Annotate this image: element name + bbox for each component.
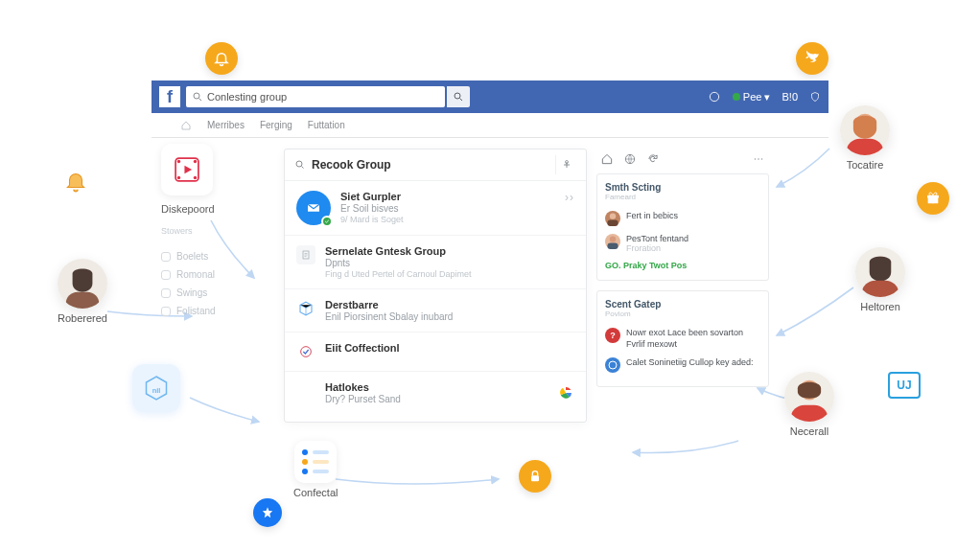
monitor-label: UJ bbox=[897, 379, 911, 392]
svg-point-31 bbox=[761, 158, 763, 160]
svg-rect-2 bbox=[531, 475, 539, 481]
bird-coin bbox=[796, 42, 828, 75]
svg-point-34 bbox=[610, 236, 616, 241]
check-ring-icon bbox=[296, 342, 315, 361]
monitor-icon: UJ bbox=[888, 372, 921, 399]
item-sub: Er Soil bisves bbox=[340, 203, 555, 214]
card-gatep: Scent Gatep Poviom ? Nowr exot Lace been… bbox=[596, 290, 769, 387]
svg-rect-33 bbox=[607, 220, 618, 226]
add-button[interactable] bbox=[555, 155, 576, 174]
item-title: Eiit Coffectionl bbox=[325, 342, 574, 354]
item-sub: Enil Piorsinent Sbalay inubard bbox=[325, 311, 574, 322]
tab-members[interactable]: Merribes bbox=[207, 120, 245, 130]
item-sub: Dry? Purset Sand bbox=[325, 394, 548, 404]
svg-point-20 bbox=[194, 160, 197, 163]
refresh-icon[interactable] bbox=[646, 152, 660, 166]
home-icon[interactable] bbox=[600, 152, 614, 166]
svg-point-36 bbox=[609, 361, 617, 369]
google-icon[interactable] bbox=[557, 384, 574, 402]
item-title: Hatlokes bbox=[325, 381, 548, 393]
search-box[interactable] bbox=[186, 86, 445, 107]
search-icon bbox=[192, 91, 203, 103]
left-sub: Stowers bbox=[161, 226, 276, 236]
card-row[interactable]: Calet Soninetiig Cullop key aded: bbox=[605, 354, 760, 377]
card-row[interactable]: ? Nowr exot Lace been sovarton Fvrlif me… bbox=[605, 324, 760, 354]
card-row[interactable]: PesTont fentandFroration bbox=[605, 230, 760, 257]
svg-point-16 bbox=[455, 93, 460, 99]
svg-rect-4 bbox=[66, 292, 100, 309]
search-icon[interactable] bbox=[294, 159, 306, 171]
item-sub2: 9/ Mard is Soget bbox=[340, 215, 555, 224]
svg-rect-14 bbox=[791, 405, 828, 422]
svg-point-19 bbox=[177, 160, 180, 163]
svg-point-30 bbox=[758, 158, 759, 160]
center-item-2[interactable]: Sernelate Gntesk Group Dpnts Fing d Uted… bbox=[285, 236, 586, 289]
left-sidebar: Diskepoord Stowers Boelets Romonal Swing… bbox=[161, 144, 276, 320]
center-item-1[interactable]: Siet Gurpler Er Soil bisves 9/ Mard is S… bbox=[285, 181, 586, 236]
card-sub: Poviom bbox=[605, 310, 760, 318]
star-coin bbox=[253, 498, 282, 527]
circle-icon[interactable] bbox=[708, 90, 721, 103]
top-bar: f Pee ▾ B!0 bbox=[152, 80, 828, 113]
svg-point-26 bbox=[301, 347, 312, 357]
tab-futtation[interactable]: Futtation bbox=[308, 120, 345, 130]
search-icon bbox=[453, 91, 464, 103]
center-item-4[interactable]: Eiit Coffectionl bbox=[285, 333, 586, 372]
doc-icon bbox=[296, 245, 315, 264]
avatar-label: Tocatire bbox=[847, 159, 884, 171]
more-icon[interactable]: ›› bbox=[565, 191, 574, 204]
svg-rect-11 bbox=[862, 281, 898, 297]
search-button[interactable] bbox=[447, 86, 470, 107]
left-nav-2[interactable]: Romonal bbox=[161, 265, 276, 284]
center-title: Recook Group bbox=[312, 158, 391, 172]
svg-rect-35 bbox=[607, 243, 618, 249]
card-title: Smth Scting bbox=[605, 182, 760, 193]
avatar-right-bot: Necerall bbox=[784, 372, 834, 437]
home-icon[interactable] bbox=[180, 120, 192, 131]
avatar-label: Heltoren bbox=[860, 301, 900, 312]
ellipsis-icon[interactable] bbox=[752, 152, 765, 166]
bell-outline-icon bbox=[63, 169, 88, 194]
bullet-label: Confectal bbox=[293, 487, 338, 498]
svg-point-15 bbox=[194, 93, 199, 99]
avatar-label: Necerall bbox=[790, 425, 828, 437]
top-badge-2[interactable]: B!0 bbox=[782, 91, 798, 103]
bell-coin-top bbox=[205, 42, 238, 75]
card-title: Scent Gatep bbox=[605, 299, 760, 310]
card-row[interactable]: Fert in bebics bbox=[605, 207, 760, 230]
svg-rect-8 bbox=[847, 139, 883, 155]
left-tile-label: Diskepoord bbox=[161, 203, 276, 215]
lock-coin bbox=[519, 460, 551, 493]
left-nav-4[interactable]: Folistand bbox=[161, 302, 276, 320]
center-item-3[interactable]: Derstbarre Enil Piorsinent Sbalay inubar… bbox=[285, 289, 586, 333]
fb-logo[interactable]: f bbox=[159, 86, 180, 107]
svg-point-29 bbox=[755, 158, 757, 160]
top-badge[interactable]: Pee ▾ bbox=[733, 91, 771, 103]
cube-icon bbox=[296, 299, 315, 318]
tile-blue-left: nil bbox=[132, 364, 180, 412]
center-panel: Recook Group Siet Gurpler Er Soil bisves… bbox=[284, 149, 587, 423]
avatar-right-top: Tocatire bbox=[840, 105, 890, 171]
mail-icon bbox=[296, 191, 331, 225]
card-link[interactable]: GO. Praky Twot Pos bbox=[605, 261, 760, 270]
center-item-5[interactable]: Hatlokes Dry? Purset Sand bbox=[285, 372, 586, 414]
svg-point-22 bbox=[194, 176, 197, 179]
video-tile[interactable] bbox=[161, 144, 213, 195]
svg-point-21 bbox=[177, 176, 180, 179]
svg-point-23 bbox=[296, 161, 302, 167]
globe-icon[interactable] bbox=[623, 152, 637, 166]
avatar-left-1: Roberered bbox=[58, 259, 107, 324]
item-title: Sernelate Gntesk Group bbox=[325, 245, 574, 257]
search-input[interactable] bbox=[207, 91, 439, 103]
tab-forging[interactable]: Ferging bbox=[260, 120, 292, 130]
item-title: Derstbarre bbox=[325, 299, 574, 310]
shield-icon[interactable] bbox=[809, 91, 821, 103]
bullet-tile: Confectal bbox=[293, 441, 338, 498]
left-nav-1[interactable]: Boelets bbox=[161, 247, 276, 265]
svg-text:nil: nil bbox=[152, 386, 161, 395]
gift-coin bbox=[917, 182, 949, 215]
center-header: Recook Group bbox=[285, 149, 586, 181]
item-sub2: Fing d Uted Pertel of Carnoul Dapimet bbox=[325, 269, 574, 279]
item-title: Siet Gurpler bbox=[340, 191, 555, 202]
left-nav-3[interactable]: Swings bbox=[161, 284, 276, 302]
